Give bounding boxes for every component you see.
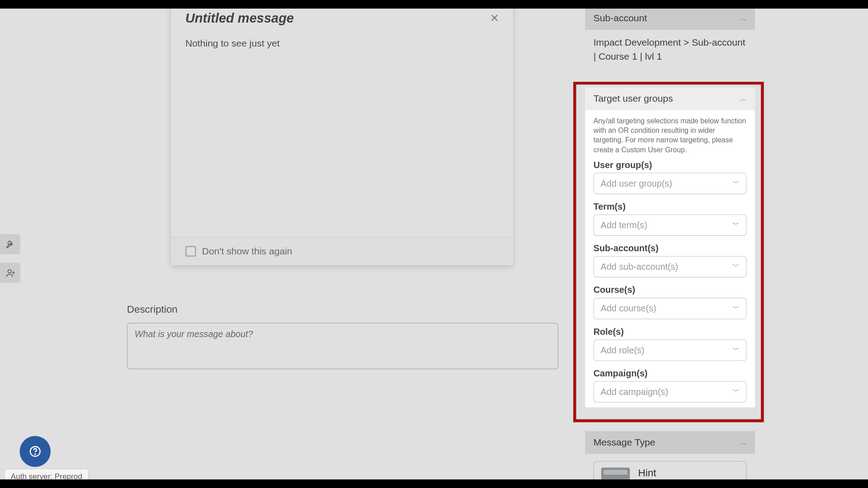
main-column: Untitled message × Nothing to see just y… <box>113 0 571 371</box>
chevron-down-icon: ﹀ <box>732 387 740 397</box>
left-tool-rail <box>0 234 20 283</box>
chevron-up-icon: ︿ <box>740 94 747 104</box>
preview-body: Nothing to see just yet <box>171 26 513 237</box>
terms-label: Term(s) <box>594 201 747 211</box>
help-button[interactable] <box>19 436 51 467</box>
dropdown-placeholder: Add term(s) <box>601 220 647 230</box>
dropdown-placeholder: Add campaign(s) <box>601 387 668 397</box>
roles-dropdown[interactable]: Add role(s) ﹀ <box>594 339 747 361</box>
campaigns-dropdown[interactable]: Add campaign(s) ﹀ <box>594 381 747 402</box>
message-type-title: Message Type <box>594 437 656 448</box>
message-type-header[interactable]: Message Type ︿ <box>585 431 755 454</box>
user-groups-label: User group(s) <box>594 160 747 169</box>
field-courses: Course(s) Add course(s) ﹀ <box>585 282 755 324</box>
hint-title: Hint <box>638 468 710 479</box>
sub-accounts-dropdown[interactable]: Add sub-account(s) ﹀ <box>594 256 747 277</box>
svg-point-2 <box>35 454 35 454</box>
roles-label: Role(s) <box>594 326 747 336</box>
dropdown-placeholder: Add user group(s) <box>601 178 672 188</box>
sub-account-breadcrumb: Impact Development > Sub-account | Cours… <box>594 36 747 63</box>
field-user-groups: User group(s) Add user group(s) ﹀ <box>585 157 755 199</box>
target-user-groups-panel: Target user groups ︿ Any/all targeting s… <box>585 88 755 407</box>
message-type-section: Message Type ︿ Hint Linked to the elemen… <box>585 427 755 488</box>
letterbox-top <box>0 0 868 9</box>
description-section: Description <box>113 304 571 371</box>
chevron-down-icon: ﹀ <box>732 303 740 313</box>
close-icon[interactable]: × <box>491 11 499 25</box>
sub-account-title: Sub-account <box>594 13 647 24</box>
dont-show-label: Don't show this again <box>202 246 292 257</box>
preview-footer: Don't show this again <box>171 237 513 265</box>
description-input[interactable] <box>127 323 558 369</box>
settings-sidebar: the item is not published Sub-account ︿ … <box>585 0 755 72</box>
field-sub-accounts: Sub-account(s) Add sub-account(s) ﹀ <box>585 240 755 282</box>
field-roles: Role(s) Add role(s) ﹀ <box>585 324 755 366</box>
chevron-down-icon: ﹀ <box>732 262 740 272</box>
preview-title: Untitled message <box>185 11 294 26</box>
sub-account-panel-body: Impact Development > Sub-account | Cours… <box>585 30 755 72</box>
user-plus-icon[interactable] <box>0 263 20 283</box>
field-terms: Term(s) Add term(s) ﹀ <box>585 199 755 240</box>
chevron-up-icon: ︿ <box>740 437 747 447</box>
user-groups-dropdown[interactable]: Add user group(s) ﹀ <box>594 173 747 194</box>
dropdown-placeholder: Add role(s) <box>601 345 645 355</box>
letterbox-bottom <box>0 479 868 488</box>
target-panel-title: Target user groups <box>594 94 673 104</box>
dropdown-placeholder: Add sub-account(s) <box>601 262 678 272</box>
campaigns-label: Campaign(s) <box>594 368 747 378</box>
description-label: Description <box>127 304 557 315</box>
courses-dropdown[interactable]: Add course(s) ﹀ <box>594 298 747 319</box>
chevron-down-icon: ﹀ <box>732 178 740 188</box>
chevron-down-icon: ﹀ <box>732 345 740 355</box>
sub-account-panel-header[interactable]: Sub-account ︿ <box>585 7 755 30</box>
dropdown-placeholder: Add course(s) <box>601 303 656 313</box>
target-panel-header[interactable]: Target user groups ︿ <box>585 88 755 110</box>
dont-show-checkbox[interactable] <box>185 246 196 257</box>
message-preview-card: Untitled message × Nothing to see just y… <box>171 0 513 265</box>
chevron-up-icon: ︿ <box>740 14 747 23</box>
wrench-icon[interactable] <box>0 234 20 254</box>
chevron-down-icon: ﹀ <box>732 220 740 230</box>
courses-label: Course(s) <box>594 285 747 295</box>
field-campaigns: Campaign(s) Add campaign(s) ﹀ <box>585 366 755 407</box>
svg-point-0 <box>8 269 11 272</box>
sub-accounts-label: Sub-account(s) <box>594 243 747 253</box>
target-panel-note: Any/all targeting selections made below … <box>585 110 755 157</box>
terms-dropdown[interactable]: Add term(s) ﹀ <box>594 214 747 235</box>
